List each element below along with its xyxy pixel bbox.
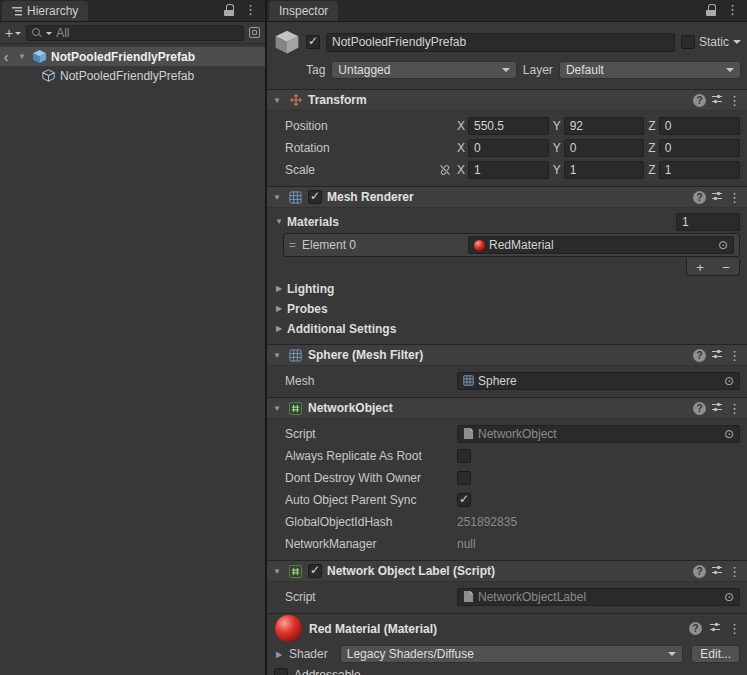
static-flags-caret-icon[interactable]	[733, 40, 741, 44]
drag-handle-icon[interactable]	[289, 238, 296, 252]
component-menu-icon[interactable]	[728, 621, 741, 636]
gameobject-name-field[interactable]: NotPooledFriendlyPrefab	[326, 33, 675, 52]
active-checkbox[interactable]	[306, 35, 320, 49]
transform-header[interactable]: Transform	[267, 89, 747, 111]
component-enabled-checkbox[interactable]	[308, 190, 322, 204]
lock-icon[interactable]	[706, 4, 716, 16]
foldout-open-icon[interactable]	[271, 351, 283, 360]
position-z-field[interactable]: 0	[659, 117, 740, 135]
mesh-object-field[interactable]: Sphere	[457, 372, 740, 390]
add-material-button[interactable]: +	[687, 259, 713, 275]
component-menu-icon[interactable]	[728, 93, 741, 108]
exit-prefab-mode-icon[interactable]	[0, 51, 12, 63]
netcode-icon	[288, 401, 303, 416]
presets-icon[interactable]	[711, 348, 723, 363]
hierarchy-item-prefab-child[interactable]: NotPooledFriendlyPrefab	[0, 66, 265, 85]
gameobject-cube-icon[interactable]	[273, 29, 300, 56]
presets-icon[interactable]	[709, 621, 721, 636]
object-picker-icon[interactable]	[724, 427, 734, 441]
lighting-foldout[interactable]: Lighting	[267, 279, 747, 298]
script-object-field[interactable]: NetworkObject	[457, 425, 740, 443]
component-menu-icon[interactable]	[728, 564, 741, 579]
edit-shader-button[interactable]: Edit...	[691, 645, 740, 663]
tab-inspector[interactable]: Inspector	[269, 1, 338, 21]
mesh-filter-header[interactable]: Sphere (Mesh Filter)	[267, 344, 747, 366]
global-id-hash-value: 251892835	[457, 515, 517, 529]
position-x-field[interactable]: 550.5	[468, 117, 549, 135]
static-checkbox[interactable]	[681, 35, 695, 49]
materials-count-field[interactable]: 1	[676, 213, 740, 231]
hierarchy-toolbar: + All	[0, 22, 265, 44]
script-object-field[interactable]: NetworkObjectLabel	[457, 588, 740, 606]
inspector-tabbar-icons	[706, 2, 747, 21]
object-picker-icon[interactable]	[724, 374, 734, 388]
material-foldout-icon[interactable]	[273, 650, 285, 659]
shader-dropdown[interactable]: Legacy Shaders/Diffuse	[340, 645, 684, 663]
material-header[interactable]: Red Material (Material)	[267, 613, 747, 643]
remove-material-button[interactable]: −	[713, 259, 739, 275]
scale-y-field[interactable]: 1	[564, 161, 645, 179]
component-enabled-checkbox[interactable]	[308, 564, 322, 578]
dont-destroy-checkbox[interactable]	[457, 471, 471, 485]
presets-icon[interactable]	[711, 93, 723, 108]
position-y-field[interactable]: 92	[564, 117, 645, 135]
foldout-open-icon[interactable]	[271, 404, 283, 413]
help-icon[interactable]	[689, 622, 702, 635]
always-replicate-checkbox[interactable]	[457, 449, 471, 463]
scale-x-field[interactable]: 1	[468, 161, 549, 179]
component-title: NetworkObject	[308, 401, 393, 415]
help-icon[interactable]	[693, 565, 706, 578]
help-icon[interactable]	[693, 191, 706, 204]
network-object-label-header[interactable]: Network Object Label (Script)	[267, 560, 747, 582]
presets-icon[interactable]	[711, 190, 723, 205]
window-menu-icon[interactable]	[244, 2, 257, 17]
object-picker-icon[interactable]	[718, 238, 728, 252]
foldout-open-icon[interactable]	[16, 52, 28, 61]
auto-parent-sync-checkbox[interactable]	[457, 493, 471, 507]
chevron-down-icon	[15, 32, 21, 35]
component-menu-icon[interactable]	[728, 401, 741, 416]
foldout-open-icon[interactable]	[271, 567, 283, 576]
gameobject-header: NotPooledFriendlyPrefab Static Tag Untag…	[267, 22, 747, 89]
unlinked-scale-icon[interactable]	[439, 164, 451, 176]
chevron-down-icon	[668, 652, 676, 656]
addressable-checkbox[interactable]	[274, 668, 288, 675]
mesh-renderer-body: Materials 1 Element 0 RedMaterial	[267, 208, 747, 344]
window-menu-icon[interactable]	[726, 2, 739, 17]
rotation-y-field[interactable]: 0	[564, 139, 645, 157]
component-menu-icon[interactable]	[728, 348, 741, 363]
script-icon	[463, 427, 474, 440]
lock-icon[interactable]	[224, 4, 234, 16]
scale-z-field[interactable]: 1	[659, 161, 740, 179]
hierarchy-item-prefab-root[interactable]: NotPooledFriendlyPrefab	[0, 47, 265, 66]
mesh-renderer-header[interactable]: Mesh Renderer	[267, 186, 747, 208]
shader-label: Shader	[289, 647, 328, 661]
probes-foldout[interactable]: Probes	[267, 299, 747, 318]
foldout-open-icon[interactable]	[271, 96, 283, 105]
materials-foldout[interactable]: Materials 1	[267, 212, 747, 231]
rotation-z-field[interactable]: 0	[659, 139, 740, 157]
prefab-child-cube-icon	[41, 68, 56, 83]
component-menu-icon[interactable]	[728, 190, 741, 205]
network-object-header[interactable]: NetworkObject	[267, 397, 747, 419]
network-object-label-body: Script NetworkObjectLabel	[267, 582, 747, 613]
scene-picking-icon[interactable]	[249, 27, 260, 38]
help-icon[interactable]	[693, 402, 706, 415]
presets-icon[interactable]	[711, 401, 723, 416]
material-object-field[interactable]: RedMaterial	[468, 236, 734, 254]
presets-icon[interactable]	[711, 564, 723, 579]
help-icon[interactable]	[693, 94, 706, 107]
create-object-button[interactable]: +	[5, 25, 21, 41]
hierarchy-search-input[interactable]: All	[26, 25, 244, 41]
help-icon[interactable]	[693, 349, 706, 362]
material-element-row[interactable]: Element 0 RedMaterial	[284, 234, 739, 256]
tab-hierarchy[interactable]: Hierarchy	[2, 1, 88, 21]
layer-dropdown[interactable]: Default	[559, 61, 741, 79]
chevron-down-icon	[502, 68, 510, 72]
rotation-x-field[interactable]: 0	[468, 139, 549, 157]
transform-component: Transform Position X550.5 Y92 Z0	[267, 89, 747, 186]
additional-settings-foldout[interactable]: Additional Settings	[267, 319, 747, 338]
foldout-open-icon[interactable]	[271, 193, 283, 202]
tag-dropdown[interactable]: Untagged	[331, 61, 516, 79]
object-picker-icon[interactable]	[724, 590, 734, 604]
